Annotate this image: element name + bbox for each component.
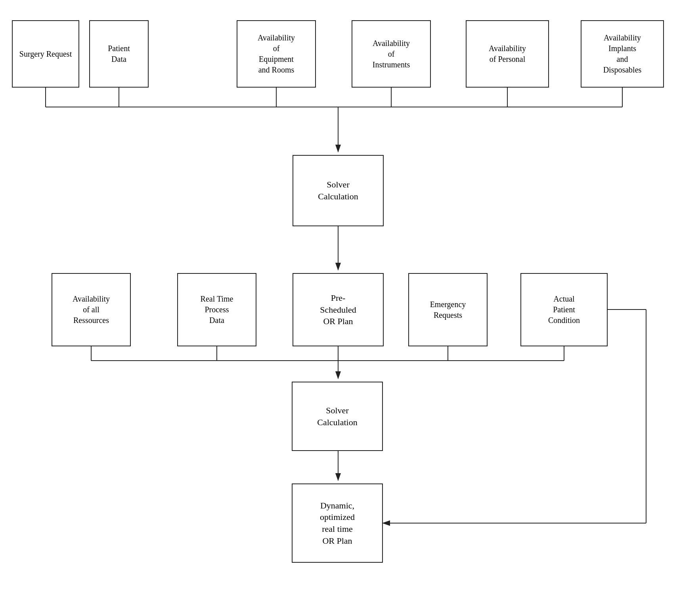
prescheduled-box: Pre-ScheduledOR Plan <box>293 273 384 346</box>
dynamic-plan-box: Dynamic,optimizedreal timeOR Plan <box>292 483 383 563</box>
avail-equip-box: AvailabilityofEquipmentand Rooms <box>237 20 316 88</box>
patient-data-box: PatientData <box>89 20 149 88</box>
surgery-request-box: Surgery Request <box>12 20 79 88</box>
solver2-box: SolverCalculation <box>292 382 383 451</box>
avail-personal-box: Availabilityof Personal <box>466 20 549 88</box>
actual-patient-box: ActualPatientCondition <box>520 273 608 346</box>
avail-instr-box: AvailabilityofInstruments <box>352 20 431 88</box>
diagram: Surgery Request PatientData Availability… <box>0 0 700 598</box>
avail-implants-box: AvailabilityImplantsandDisposables <box>581 20 664 88</box>
emergency-box: EmergencyRequests <box>408 273 488 346</box>
avail-resources-box: Availabilityof allRessources <box>52 273 131 346</box>
realtime-box: Real TimeProcessData <box>177 273 256 346</box>
solver1-box: SolverCalculation <box>293 155 384 226</box>
